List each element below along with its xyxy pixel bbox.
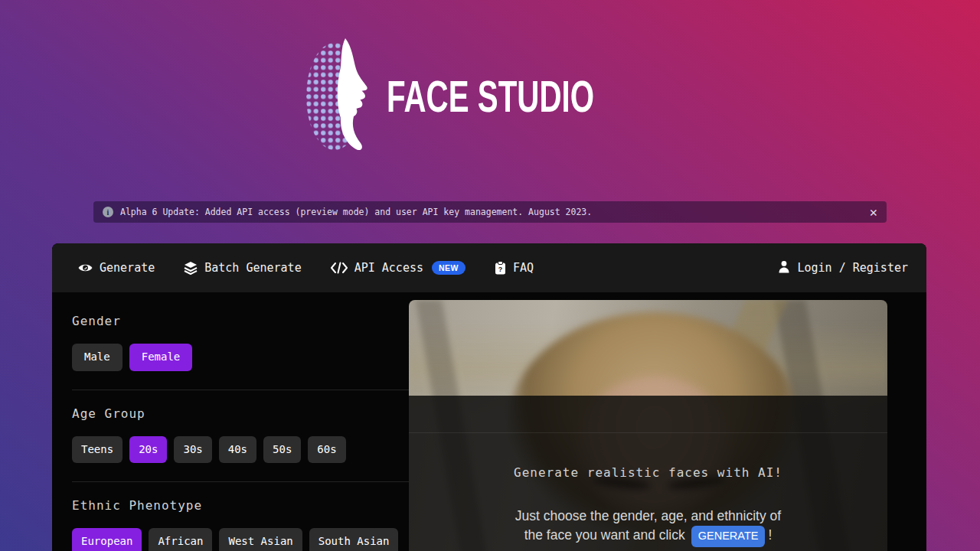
svg-text:?: ? (498, 266, 503, 273)
nav-label: Generate (100, 261, 155, 275)
logo-title: FACE STUDIO (387, 71, 594, 122)
instruction-line2-suffix: ! (768, 527, 772, 543)
navbar: Generate Batch Generate (52, 243, 926, 292)
clipboard-question-icon: ? (495, 261, 506, 275)
age-option-50s[interactable]: 50s (263, 436, 301, 464)
form-column: Gender Male Female Age Group Teens 20s 3… (52, 292, 409, 551)
age-option-20s[interactable]: 20s (129, 436, 167, 464)
update-banner: i Alpha 6 Update: Added API access (prev… (93, 201, 887, 223)
nav-label: API Access (354, 261, 423, 275)
code-icon (331, 262, 348, 274)
nav-item-faq[interactable]: ? FAQ (495, 261, 534, 275)
age-group-section: Age Group Teens 20s 30s 40s 50s 60s (72, 406, 409, 464)
hero-instructions: Just choose the gender, age, and ethnici… (409, 507, 887, 547)
nav-label: FAQ (513, 261, 534, 275)
sample-face-image: Generate realistic faces with AI! Just c… (409, 300, 887, 551)
age-option-teens[interactable]: Teens (72, 436, 122, 464)
gender-option-male[interactable]: Male (72, 344, 122, 371)
ethnicity-option-south-asian[interactable]: South Asian (309, 528, 399, 551)
section-divider (72, 481, 411, 482)
ethnicity-options: European African West Asian South Asian (72, 528, 409, 551)
gender-label: Gender (72, 314, 409, 328)
age-group-options: Teens 20s 30s 40s 50s 60s (72, 436, 409, 464)
age-option-30s[interactable]: 30s (174, 436, 211, 464)
user-icon (778, 260, 790, 276)
ethnicity-option-african[interactable]: African (149, 528, 212, 551)
ethnicity-section: Ethnic Phenotype European African West A… (72, 498, 409, 551)
info-icon: i (103, 207, 113, 217)
ethnicity-option-west-asian[interactable]: West Asian (219, 528, 302, 551)
login-register-button[interactable]: Login / Register (778, 260, 909, 276)
gender-options: Male Female (72, 344, 409, 371)
eye-icon (78, 262, 93, 274)
dotted-face-profile-icon (305, 35, 376, 158)
section-divider (72, 390, 411, 390)
instruction-line1: Just choose the gender, age, and ethnici… (515, 508, 781, 523)
nav-item-generate[interactable]: Generate (78, 261, 155, 275)
nav-left: Generate Batch Generate (78, 261, 534, 275)
main-content: Gender Male Female Age Group Teens 20s 3… (52, 292, 926, 551)
login-label: Login / Register (798, 261, 909, 275)
nav-item-batch-generate[interactable]: Batch Generate (184, 261, 301, 275)
age-option-60s[interactable]: 60s (308, 436, 345, 464)
new-badge: NEW (432, 261, 466, 275)
age-option-40s[interactable]: 40s (219, 436, 256, 464)
ethnicity-label: Ethnic Phenotype (72, 498, 409, 513)
app-panel: Generate Batch Generate (52, 243, 926, 551)
gender-option-female[interactable]: Female (129, 344, 193, 371)
ethnicity-option-european[interactable]: European (72, 528, 142, 551)
gender-section: Gender Male Female (72, 314, 409, 371)
banner-text: Alpha 6 Update: Added API access (previe… (120, 207, 592, 217)
nav-item-api-access[interactable]: API Access NEW (331, 261, 466, 275)
photo-divider-line (409, 432, 887, 433)
layers-icon (184, 261, 198, 275)
generate-chip: GENERATE (691, 526, 766, 547)
close-icon[interactable]: ✕ (870, 206, 877, 219)
hero-headline: Generate realistic faces with AI! (409, 465, 887, 480)
logo: FACE STUDIO (0, 35, 980, 158)
instruction-line2-prefix: the face you want and click (524, 527, 685, 543)
nav-label: Batch Generate (204, 261, 301, 275)
age-group-label: Age Group (72, 406, 409, 421)
